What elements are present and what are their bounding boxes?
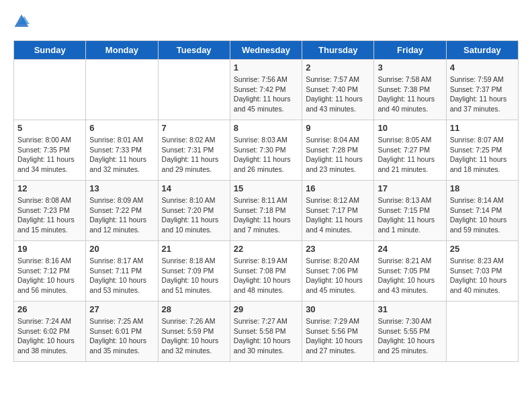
calendar-day-cell: 17Sunrise: 8:13 AMSunset: 7:15 PMDayligh… — [374, 181, 446, 241]
day-info: Sunrise: 7:26 AMSunset: 5:59 PMDaylight:… — [162, 316, 226, 356]
calendar-day-cell: 8Sunrise: 8:03 AMSunset: 7:30 PMDaylight… — [230, 120, 302, 181]
weekday-header-monday: Monday — [86, 41, 158, 60]
calendar-day-cell: 20Sunrise: 8:17 AMSunset: 7:11 PMDayligh… — [86, 241, 158, 302]
day-info: Sunrise: 8:19 AMSunset: 7:08 PMDaylight:… — [234, 256, 298, 295]
day-info: Sunrise: 8:07 AMSunset: 7:25 PMDaylight:… — [450, 135, 515, 175]
calendar-day-cell: 1Sunrise: 7:56 AMSunset: 7:42 PMDaylight… — [230, 60, 302, 120]
calendar-week-row: 26Sunrise: 7:24 AMSunset: 6:02 PMDayligh… — [14, 302, 519, 362]
day-info: Sunrise: 8:01 AMSunset: 7:33 PMDaylight:… — [89, 135, 154, 175]
day-number: 12 — [17, 183, 82, 193]
calendar-week-row: 12Sunrise: 8:08 AMSunset: 7:23 PMDayligh… — [14, 181, 519, 241]
day-info: Sunrise: 7:59 AMSunset: 7:37 PMDaylight:… — [450, 75, 515, 114]
calendar-day-cell: 3Sunrise: 7:58 AMSunset: 7:38 PMDaylight… — [374, 60, 446, 120]
calendar-day-cell: 5Sunrise: 8:00 AMSunset: 7:35 PMDaylight… — [14, 120, 86, 181]
day-number: 22 — [234, 244, 298, 254]
day-info: Sunrise: 8:04 AMSunset: 7:28 PMDaylight:… — [306, 135, 370, 175]
day-info: Sunrise: 8:11 AMSunset: 7:18 PMDaylight:… — [234, 195, 298, 235]
calendar-day-cell: 6Sunrise: 8:01 AMSunset: 7:33 PMDaylight… — [86, 120, 158, 181]
calendar-day-cell — [446, 302, 518, 362]
day-number: 11 — [450, 123, 515, 133]
day-number: 29 — [234, 304, 298, 314]
day-number: 26 — [17, 304, 82, 314]
weekday-header-wednesday: Wednesday — [230, 41, 302, 60]
calendar-day-cell: 21Sunrise: 8:18 AMSunset: 7:09 PMDayligh… — [158, 241, 230, 302]
day-number: 28 — [162, 304, 226, 314]
day-number: 27 — [89, 304, 154, 314]
calendar-day-cell: 16Sunrise: 8:12 AMSunset: 7:17 PMDayligh… — [302, 181, 374, 241]
calendar-day-cell: 29Sunrise: 7:27 AMSunset: 5:58 PMDayligh… — [230, 302, 302, 362]
day-number: 19 — [17, 244, 82, 254]
day-number: 15 — [234, 183, 298, 193]
calendar-day-cell: 4Sunrise: 7:59 AMSunset: 7:37 PMDaylight… — [446, 60, 518, 120]
calendar-table: SundayMondayTuesdayWednesdayThursdayFrid… — [13, 40, 519, 362]
day-info: Sunrise: 8:16 AMSunset: 7:12 PMDaylight:… — [17, 256, 82, 295]
day-info: Sunrise: 8:23 AMSunset: 7:03 PMDaylight:… — [450, 256, 515, 295]
calendar-day-cell: 7Sunrise: 8:02 AMSunset: 7:31 PMDaylight… — [158, 120, 230, 181]
weekday-header-friday: Friday — [374, 41, 446, 60]
page-header — [13, 13, 519, 30]
day-number: 30 — [306, 304, 370, 314]
day-info: Sunrise: 7:27 AMSunset: 5:58 PMDaylight:… — [234, 316, 298, 356]
day-info: Sunrise: 8:21 AMSunset: 7:05 PMDaylight:… — [378, 256, 442, 295]
day-number: 5 — [17, 123, 82, 133]
day-info: Sunrise: 7:57 AMSunset: 7:40 PMDaylight:… — [306, 75, 370, 114]
calendar-day-cell: 2Sunrise: 7:57 AMSunset: 7:40 PMDaylight… — [302, 60, 374, 120]
day-info: Sunrise: 8:20 AMSunset: 7:06 PMDaylight:… — [306, 256, 370, 295]
weekday-header-saturday: Saturday — [446, 41, 518, 60]
day-number: 8 — [234, 123, 298, 133]
weekday-header-thursday: Thursday — [302, 41, 374, 60]
day-info: Sunrise: 7:30 AMSunset: 5:55 PMDaylight:… — [378, 316, 442, 356]
day-info: Sunrise: 8:05 AMSunset: 7:27 PMDaylight:… — [378, 135, 442, 175]
day-number: 24 — [378, 244, 442, 254]
calendar-day-cell: 23Sunrise: 8:20 AMSunset: 7:06 PMDayligh… — [302, 241, 374, 302]
day-number: 14 — [162, 183, 226, 193]
day-info: Sunrise: 8:18 AMSunset: 7:09 PMDaylight:… — [162, 256, 226, 295]
day-number: 31 — [378, 304, 442, 314]
logo — [13, 13, 32, 30]
day-info: Sunrise: 8:09 AMSunset: 7:22 PMDaylight:… — [89, 195, 154, 235]
day-info: Sunrise: 8:03 AMSunset: 7:30 PMDaylight:… — [234, 135, 298, 175]
day-info: Sunrise: 8:13 AMSunset: 7:15 PMDaylight:… — [378, 195, 442, 235]
day-number: 6 — [89, 123, 154, 133]
calendar-day-cell — [158, 60, 230, 120]
day-number: 10 — [378, 123, 442, 133]
calendar-day-cell: 26Sunrise: 7:24 AMSunset: 6:02 PMDayligh… — [14, 302, 86, 362]
calendar-day-cell: 28Sunrise: 7:26 AMSunset: 5:59 PMDayligh… — [158, 302, 230, 362]
calendar-week-row: 1Sunrise: 7:56 AMSunset: 7:42 PMDaylight… — [14, 60, 519, 120]
day-number: 2 — [306, 62, 370, 73]
calendar-day-cell: 10Sunrise: 8:05 AMSunset: 7:27 PMDayligh… — [374, 120, 446, 181]
calendar-day-cell — [14, 60, 86, 120]
day-number: 1 — [234, 62, 298, 73]
day-number: 20 — [89, 244, 154, 254]
calendar-day-cell: 15Sunrise: 8:11 AMSunset: 7:18 PMDayligh… — [230, 181, 302, 241]
day-info: Sunrise: 8:17 AMSunset: 7:11 PMDaylight:… — [89, 256, 154, 295]
calendar-day-cell: 22Sunrise: 8:19 AMSunset: 7:08 PMDayligh… — [230, 241, 302, 302]
calendar-day-cell: 27Sunrise: 7:25 AMSunset: 6:01 PMDayligh… — [86, 302, 158, 362]
day-info: Sunrise: 8:14 AMSunset: 7:14 PMDaylight:… — [450, 195, 515, 235]
calendar-week-row: 5Sunrise: 8:00 AMSunset: 7:35 PMDaylight… — [14, 120, 519, 181]
day-number: 16 — [306, 183, 370, 193]
calendar-day-cell: 24Sunrise: 8:21 AMSunset: 7:05 PMDayligh… — [374, 241, 446, 302]
calendar-day-cell: 25Sunrise: 8:23 AMSunset: 7:03 PMDayligh… — [446, 241, 518, 302]
day-info: Sunrise: 8:12 AMSunset: 7:17 PMDaylight:… — [306, 195, 370, 235]
day-info: Sunrise: 7:24 AMSunset: 6:02 PMDaylight:… — [17, 316, 82, 356]
calendar-day-cell: 11Sunrise: 8:07 AMSunset: 7:25 PMDayligh… — [446, 120, 518, 181]
calendar-day-cell: 31Sunrise: 7:30 AMSunset: 5:55 PMDayligh… — [374, 302, 446, 362]
day-number: 25 — [450, 244, 515, 254]
day-info: Sunrise: 7:56 AMSunset: 7:42 PMDaylight:… — [234, 75, 298, 114]
day-number: 9 — [306, 123, 370, 133]
day-number: 23 — [306, 244, 370, 254]
calendar-day-cell — [86, 60, 158, 120]
day-number: 4 — [450, 62, 515, 73]
day-number: 21 — [162, 244, 226, 254]
calendar-body: 1Sunrise: 7:56 AMSunset: 7:42 PMDaylight… — [14, 60, 519, 362]
day-number: 3 — [378, 62, 442, 73]
day-number: 13 — [89, 183, 154, 193]
calendar-header: SundayMondayTuesdayWednesdayThursdayFrid… — [14, 41, 519, 60]
logo-icon — [13, 13, 30, 30]
day-info: Sunrise: 7:58 AMSunset: 7:38 PMDaylight:… — [378, 75, 442, 114]
calendar-day-cell: 14Sunrise: 8:10 AMSunset: 7:20 PMDayligh… — [158, 181, 230, 241]
day-info: Sunrise: 7:25 AMSunset: 6:01 PMDaylight:… — [89, 316, 154, 356]
weekday-header-row: SundayMondayTuesdayWednesdayThursdayFrid… — [14, 41, 519, 60]
calendar-day-cell: 9Sunrise: 8:04 AMSunset: 7:28 PMDaylight… — [302, 120, 374, 181]
